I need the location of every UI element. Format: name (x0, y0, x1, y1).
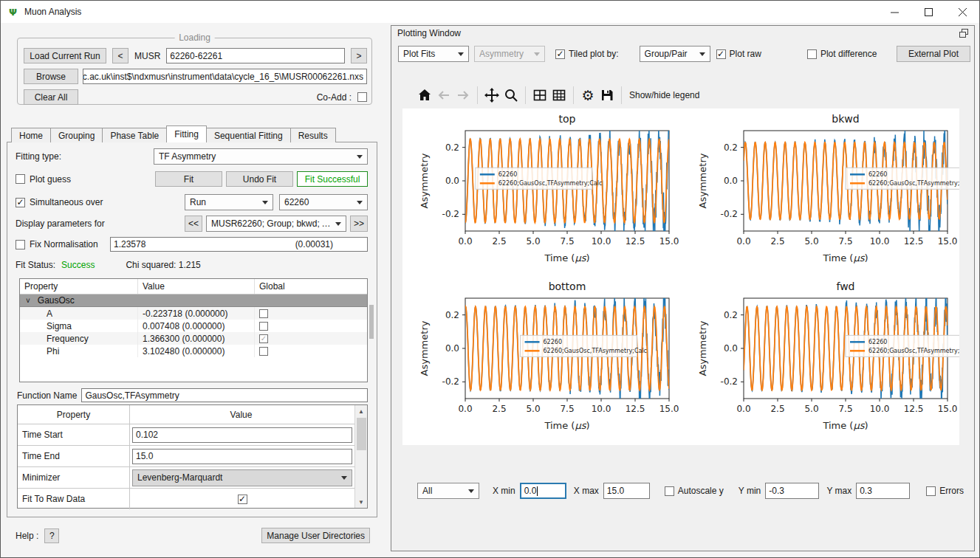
plot-difference-label: Plot difference (820, 49, 877, 59)
forward-icon[interactable] (453, 86, 473, 105)
minimize-button[interactable] (877, 1, 911, 23)
svg-text:7.5: 7.5 (560, 236, 574, 247)
home-icon[interactable] (415, 86, 434, 105)
back-icon[interactable] (434, 86, 453, 105)
fitting-type-combo[interactable]: TF Asymmetry (154, 148, 368, 165)
pan-icon[interactable] (482, 86, 501, 105)
toolbar-separator (621, 86, 622, 104)
param-table-scrollbar[interactable] (369, 305, 374, 339)
tile-by-combo[interactable]: Group/Pair (640, 46, 710, 62)
svg-text:0.0: 0.0 (445, 176, 459, 186)
fit-status-label: Fit Status: (16, 260, 55, 270)
tab-bar: Home Grouping Phase Table Fitting Sequen… (11, 128, 335, 142)
global-checkbox[interactable] (259, 309, 268, 318)
float-panel-icon[interactable] (959, 29, 968, 38)
scroll-up-icon[interactable]: ▲ (355, 405, 368, 417)
undo-fit-button[interactable]: Undo Fit (226, 171, 293, 187)
plot-difference-checkbox[interactable] (807, 49, 817, 59)
chevron-down-icon (357, 155, 363, 159)
load-current-run-button[interactable]: Load Current Run (24, 48, 106, 63)
param-row-frequency[interactable]: Frequency 1.366300 (0.000000) (20, 332, 367, 345)
subplot-bottom[interactable]: bottom-0.20.00.20.02.55.07.510.012.515.0… (402, 276, 681, 444)
scroll-down-icon[interactable]: ▼ (355, 496, 368, 508)
help-button[interactable]: ? (44, 528, 59, 543)
svg-text:7.5: 7.5 (838, 236, 852, 247)
global-checkbox[interactable] (259, 334, 268, 343)
simultaneous-run-combo[interactable]: 62260 (279, 194, 368, 210)
subplot-fwd[interactable]: fwd-0.20.00.20.02.55.07.510.012.515.0Tim… (681, 276, 959, 444)
function-name-field[interactable]: GausOsc,TFAsymmetry (81, 388, 368, 402)
plot-selector-combo[interactable]: All (417, 483, 479, 499)
minimizer-combo[interactable]: Levenberg-Marquardt (132, 469, 352, 486)
plot-type-combo[interactable]: Plot Fits (398, 46, 469, 62)
next-dataset-button[interactable]: >> (350, 216, 368, 232)
show-hide-legend-button[interactable]: Show/hide legend (629, 90, 699, 100)
ymin-input[interactable]: -0.3 (765, 483, 819, 499)
fit-button[interactable]: Fit (155, 171, 222, 187)
ymax-label: Y max (826, 486, 851, 496)
chevron-down-icon (699, 52, 705, 56)
chevron-down-icon (468, 489, 474, 493)
plot-guess-checkbox[interactable] (16, 174, 25, 184)
ymax-input[interactable]: 0.3 (856, 483, 910, 499)
settings-row-fit-to-raw: Fit To Raw Data (18, 489, 354, 509)
fit-to-raw-checkbox[interactable] (238, 495, 247, 504)
axes-grid-icon[interactable] (549, 86, 569, 105)
plot-raw-checkbox[interactable] (716, 49, 726, 59)
next-run-button[interactable]: > (351, 48, 367, 63)
co-add-checkbox[interactable] (357, 92, 367, 102)
simultaneous-checkbox[interactable] (16, 198, 25, 207)
global-checkbox[interactable] (259, 322, 268, 331)
external-plot-button[interactable]: External Plot (897, 46, 970, 62)
settings-scrollbar[interactable]: ▲ ▼ (354, 405, 367, 508)
chevron-down-icon (262, 201, 268, 204)
time-end-input[interactable]: 15.0 (132, 449, 352, 464)
subplot-top[interactable]: top-0.20.00.20.02.55.07.510.012.515.0Tim… (402, 108, 681, 276)
save-icon[interactable] (597, 86, 617, 105)
param-row-a[interactable]: A -0.223718 (0.000000) (20, 307, 367, 320)
dataset-combo[interactable]: MUSR62260; Group; bkwd; Asymı (206, 216, 346, 232)
tab-phase-table[interactable]: Phase Table (102, 128, 167, 142)
autoscale-y-checkbox[interactable] (665, 486, 674, 496)
fix-normalisation-checkbox[interactable] (16, 240, 25, 249)
tab-grouping[interactable]: Grouping (50, 128, 103, 142)
tiled-plot-checkbox[interactable] (555, 49, 565, 59)
maximize-button[interactable] (911, 1, 945, 23)
settings-row-time-end: Time End 15.0 (18, 446, 354, 467)
global-checkbox[interactable] (259, 347, 268, 356)
svg-text:62260: 62260 (544, 339, 562, 345)
normalisation-field[interactable]: 1.23578 (0.00031) (110, 237, 368, 252)
muon-analysis-window: { "window": { "title": "Muon Analysis" }… (0, 0, 980, 558)
tab-home[interactable]: Home (11, 128, 51, 142)
simultaneous-mode-combo[interactable]: Run (185, 194, 273, 210)
text-caret (537, 486, 538, 496)
param-row-sigma[interactable]: Sigma 0.007408 (0.000000) (20, 320, 367, 332)
xmin-input[interactable]: 0.0 (520, 483, 566, 499)
time-start-input[interactable]: 0.102 (132, 427, 352, 443)
errors-checkbox[interactable] (926, 486, 936, 496)
svg-text:10.0: 10.0 (870, 236, 890, 247)
scrollbar-thumb[interactable] (357, 418, 366, 450)
xmax-input[interactable]: 15.0 (603, 483, 650, 499)
prev-run-button[interactable]: < (112, 48, 129, 63)
browse-button[interactable]: Browse (24, 69, 78, 84)
svg-text:5.0: 5.0 (526, 404, 540, 414)
manage-user-directories-button[interactable]: Manage User Directories (261, 528, 370, 543)
titlebar: Ψ Muon Analysis (1, 1, 979, 23)
tab-sequential-fitting[interactable]: Sequential Fitting (206, 128, 291, 142)
svg-text:-0.2: -0.2 (721, 209, 738, 219)
run-input[interactable]: 62260-62261 (166, 48, 345, 63)
clear-all-button[interactable]: Clear All (24, 89, 78, 105)
figure-canvas[interactable]: top-0.20.00.20.02.55.07.510.012.515.0Tim… (402, 108, 959, 445)
function-group-row[interactable]: ˅ GausOsc (20, 294, 367, 307)
zoom-icon[interactable] (501, 86, 521, 105)
subplot-grid-icon[interactable] (530, 86, 549, 105)
file-path-field[interactable]: is.cclrc.ac.uk\inst$\ndxmusr\instrument\… (83, 69, 367, 84)
prev-dataset-button[interactable]: << (185, 216, 202, 232)
param-row-phi[interactable]: Phi 3.102480 (0.000000) (20, 345, 367, 357)
tab-results[interactable]: Results (290, 128, 336, 142)
subplot-bkwd[interactable]: bkwd-0.20.00.20.02.55.07.510.012.515.0Ti… (681, 108, 959, 276)
gear-icon[interactable]: ⚙ (578, 86, 597, 105)
close-button[interactable] (945, 1, 979, 23)
tab-fitting[interactable]: Fitting (166, 125, 207, 142)
